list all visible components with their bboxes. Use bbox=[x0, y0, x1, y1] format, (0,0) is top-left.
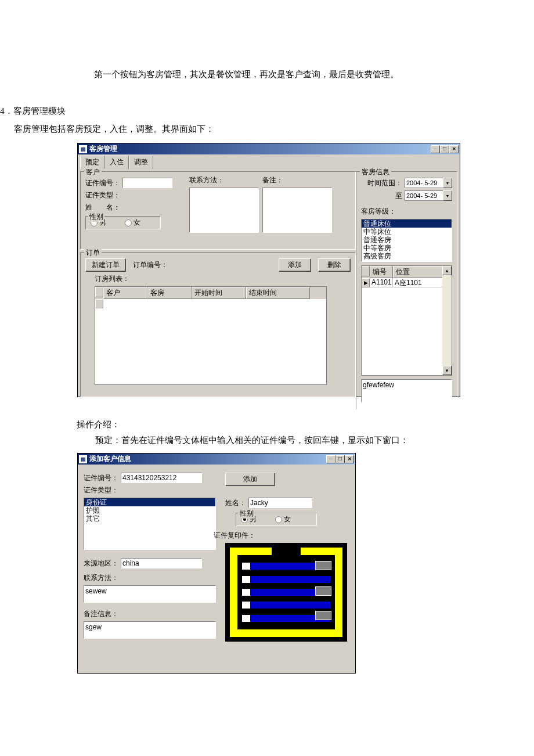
label-id-type: 证件类型： bbox=[84, 485, 118, 495]
level-item-3[interactable]: 中等客房 bbox=[362, 244, 452, 252]
label-id-copy: 证件复印件： bbox=[214, 531, 255, 541]
room-row-0[interactable]: ▶ A1101 A座1101 bbox=[362, 278, 452, 287]
label-id-no: 证件编号： bbox=[84, 473, 118, 483]
group-customer: 客户 证件编号： 证件类型： 姓 名： 性别 男 女 bbox=[80, 171, 356, 250]
col-room-id[interactable]: 编号 bbox=[370, 266, 393, 278]
label-range: 时间范围： bbox=[367, 178, 402, 188]
tab-reserve[interactable]: 预定 bbox=[80, 156, 104, 169]
label-to: 至 bbox=[395, 191, 402, 201]
maximize-button[interactable] bbox=[440, 145, 449, 153]
label-remark: 备注： bbox=[262, 175, 283, 185]
label-contact: 联系方法： bbox=[84, 573, 118, 583]
maximize-button[interactable] bbox=[335, 455, 345, 463]
level-item-0[interactable]: 普通床位 bbox=[362, 219, 452, 228]
paragraph-ops-label: 操作介绍： bbox=[0, 417, 534, 433]
screenshot-add-customer: ▤ 添加客户信息 证件编号： 证件类型： 身份证 护照 其它 bbox=[77, 453, 534, 674]
scrollbar[interactable]: ▲ ▼ bbox=[442, 266, 452, 375]
date-to-input[interactable] bbox=[405, 190, 443, 201]
textarea-contact[interactable] bbox=[189, 188, 259, 233]
screenshot-room-mgmt: ▤ 客房管理 预定 入住 调整 客户 bbox=[77, 143, 534, 397]
add-button[interactable]: 添加 bbox=[279, 258, 311, 272]
level-item-4[interactable]: 高级客房 bbox=[362, 252, 452, 260]
new-order-button[interactable]: 新建订单 bbox=[85, 258, 126, 272]
close-button[interactable] bbox=[345, 455, 354, 463]
label-name: 姓 名： bbox=[85, 203, 120, 213]
col-start[interactable]: 开始时间 bbox=[192, 287, 246, 299]
radio-female[interactable]: 女 bbox=[275, 514, 291, 524]
label-remark: 备注信息： bbox=[84, 609, 118, 619]
group-order: 订单 新建订单 订单编号： 添加 删除 订房列表： 客户 bbox=[80, 252, 356, 397]
grid-row-header bbox=[95, 287, 103, 297]
textarea-remark[interactable] bbox=[262, 188, 332, 233]
scroll-down-icon[interactable]: ▼ bbox=[442, 366, 452, 375]
chevron-down-icon[interactable] bbox=[443, 190, 452, 201]
col-end[interactable]: 结束时间 bbox=[246, 287, 310, 299]
textarea-room-memo[interactable]: gfewfefew bbox=[361, 379, 452, 402]
document-page: 第一个按钮为客房管理，其次是餐饮管理，再次是客户查询，最后是收费管理。 4．客房… bbox=[0, 0, 534, 756]
label-name: 姓名： bbox=[225, 498, 246, 508]
tab-adjust[interactable]: 调整 bbox=[129, 156, 153, 169]
window-title: 客房管理 bbox=[88, 144, 117, 154]
type-item-1[interactable]: 护照 bbox=[84, 506, 215, 514]
level-item-2[interactable]: 普通客房 bbox=[362, 236, 452, 244]
scroll-up-icon[interactable]: ▲ bbox=[442, 266, 452, 275]
type-item-2[interactable]: 其它 bbox=[84, 514, 215, 523]
app-icon: ▤ bbox=[79, 455, 87, 463]
paragraph-intro: 第一个按钮为客房管理，其次是餐饮管理，再次是客户查询，最后是收费管理。 bbox=[0, 67, 534, 82]
input-id-no[interactable] bbox=[121, 473, 202, 483]
textarea-contact[interactable]: sewew bbox=[84, 585, 216, 603]
app-icon: ▤ bbox=[79, 145, 87, 153]
titlebar[interactable]: ▤ 客房管理 bbox=[78, 143, 460, 154]
listbox-room-level[interactable]: 普通床位 中等床位 普通客房 中等客房 高级客房 bbox=[361, 219, 452, 262]
tab-bar: 预定 入住 调整 bbox=[78, 154, 460, 169]
label-id-type: 证件类型： bbox=[85, 190, 120, 200]
clipboard-icon bbox=[225, 543, 347, 642]
listbox-id-type[interactable]: 身份证 护照 其它 bbox=[84, 498, 216, 550]
input-name[interactable] bbox=[248, 498, 312, 508]
col-customer[interactable]: 客户 bbox=[103, 287, 147, 299]
paragraph-reserve-desc: 预定：首先在证件编号文体框中输入相关的证件编号，按回车键，显示如下窗口： bbox=[0, 433, 534, 448]
add-button[interactable]: 添加 bbox=[225, 473, 275, 486]
window-title: 添加客户信息 bbox=[88, 454, 131, 464]
cell-room-id: A1101 bbox=[370, 278, 393, 287]
label-region: 来源地区： bbox=[84, 559, 118, 568]
close-button[interactable] bbox=[449, 145, 459, 153]
section-body: 客房管理包括客房预定，入住，调整。其界面如下： bbox=[0, 121, 534, 137]
grid-rooms[interactable]: 编号 位置 ▶ A1101 A座1101 ▲ ▼ bbox=[361, 265, 452, 376]
group-gender: 性别 男 女 bbox=[236, 513, 317, 526]
type-item-0[interactable]: 身份证 bbox=[84, 498, 215, 506]
label-room-level: 客房等级： bbox=[361, 207, 396, 217]
minimize-button[interactable] bbox=[431, 145, 440, 153]
minimize-button[interactable] bbox=[326, 455, 335, 463]
dropdown-date-to[interactable] bbox=[405, 190, 452, 201]
chevron-down-icon[interactable] bbox=[443, 178, 452, 188]
group-roominfo: 客房信息 时间范围： 至 客房等级： 普通床位 中等床位 普通客房 中等客房 bbox=[356, 171, 457, 409]
label-order-no: 订单编号： bbox=[133, 260, 168, 270]
col-room-loc[interactable]: 位置 bbox=[393, 266, 443, 278]
legend-gender: 性别 bbox=[88, 212, 104, 222]
col-room[interactable]: 客房 bbox=[147, 287, 192, 299]
dropdown-date-from[interactable] bbox=[405, 178, 452, 188]
input-region[interactable] bbox=[121, 558, 202, 568]
input-id-no[interactable] bbox=[122, 178, 172, 188]
tab-checkin[interactable]: 入住 bbox=[104, 156, 129, 169]
legend-roominfo: 客房信息 bbox=[360, 167, 391, 177]
list-title: 客房管理模块 bbox=[13, 106, 66, 116]
titlebar[interactable]: ▤ 添加客户信息 bbox=[78, 453, 355, 465]
legend-gender: 性别 bbox=[239, 509, 255, 519]
window-room-mgmt: ▤ 客房管理 预定 入住 调整 客户 bbox=[77, 143, 460, 397]
label-room-list: 订房列表： bbox=[95, 274, 129, 284]
grid-orders[interactable]: 客户 客房 开始时间 结束时间 bbox=[95, 286, 327, 385]
textarea-remark[interactable]: sgew bbox=[84, 621, 216, 639]
radio-female[interactable]: 女 bbox=[125, 218, 140, 228]
section-heading: 4．客房管理模块 bbox=[0, 103, 534, 119]
row-pointer-icon: ▶ bbox=[362, 278, 370, 287]
grid-empty-row bbox=[95, 299, 326, 308]
date-from-input[interactable] bbox=[405, 178, 443, 188]
window-add-customer: ▤ 添加客户信息 证件编号： 证件类型： 身份证 护照 其它 bbox=[77, 453, 356, 674]
label-id-no: 证件编号： bbox=[85, 178, 120, 188]
level-item-1[interactable]: 中等床位 bbox=[362, 228, 452, 236]
scroll-track[interactable] bbox=[442, 275, 452, 366]
delete-button[interactable]: 删除 bbox=[318, 258, 351, 272]
group-gender: 性别 男 女 bbox=[85, 216, 161, 229]
